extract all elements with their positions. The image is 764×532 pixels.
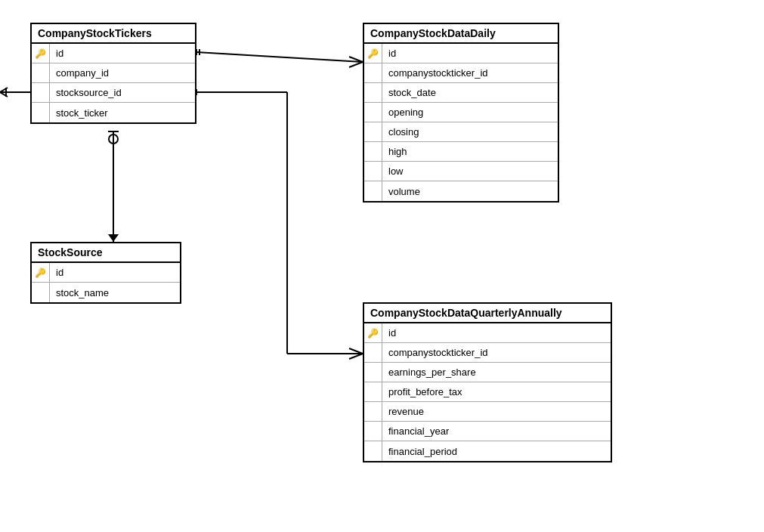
field-id: id [382, 327, 402, 339]
svg-line-0 [196, 52, 363, 62]
table-row: revenue [364, 402, 611, 422]
svg-line-17 [0, 88, 8, 92]
field-companystockticker-id: companystockticker_id [382, 347, 494, 358]
table-company-stock-data-daily: CompanyStockDataDaily 🔑 id companystockt… [363, 23, 559, 203]
empty-icon [32, 283, 50, 302]
field-closing: closing [382, 126, 425, 138]
table-row: companystockticker_id [364, 63, 558, 83]
empty-icon [364, 402, 382, 421]
table-header-stock-source: StockSource [32, 243, 180, 263]
svg-line-1 [349, 57, 363, 62]
empty-icon [364, 363, 382, 382]
svg-line-18 [0, 92, 8, 97]
empty-icon [364, 122, 382, 141]
table-company-stock-tickers: CompanyStockTickers 🔑 id company_id stoc… [30, 23, 196, 124]
empty-icon [364, 441, 382, 461]
field-id: id [50, 48, 70, 59]
table-header-company-stock-data-daily: CompanyStockDataDaily [364, 24, 558, 44]
table-row: volume [364, 181, 558, 201]
table-row: stock_name [32, 283, 180, 302]
table-row: 🔑 id [364, 44, 558, 63]
empty-icon [364, 343, 382, 362]
table-header-company-stock-tickers: CompanyStockTickers [32, 24, 195, 44]
table-row: stock_date [364, 83, 558, 103]
table-header-company-stock-data-quarterly-annually: CompanyStockDataQuarterlyAnnually [364, 304, 611, 323]
field-revenue: revenue [382, 406, 430, 417]
field-id: id [382, 48, 402, 59]
table-row: 🔑 id [32, 263, 180, 283]
table-row: high [364, 142, 558, 162]
table-row: company_id [32, 63, 195, 83]
table-company-stock-data-quarterly-annually: CompanyStockDataQuarterlyAnnually 🔑 id c… [363, 302, 612, 462]
field-companystockticker-id: companystockticker_id [382, 67, 494, 79]
table-row: opening [364, 103, 558, 122]
table-row: financial_year [364, 422, 611, 441]
empty-icon [32, 63, 50, 82]
empty-icon [364, 181, 382, 201]
empty-icon [364, 63, 382, 82]
field-earnings-per-share: earnings_per_share [382, 367, 482, 378]
table-row: closing [364, 122, 558, 142]
svg-marker-13 [108, 234, 119, 242]
table-row: stock_ticker [32, 103, 195, 122]
svg-point-14 [109, 135, 118, 144]
field-stock-date: stock_date [382, 87, 442, 98]
svg-line-9 [349, 354, 363, 359]
field-high: high [382, 146, 413, 157]
table-row: low [364, 162, 558, 181]
field-profit-before-tax: profit_before_tax [382, 386, 469, 397]
empty-icon [364, 422, 382, 441]
table-row: 🔑 id [364, 323, 611, 343]
diagram-canvas: CompanyStockTickers 🔑 id company_id stoc… [0, 0, 764, 532]
field-stocksource-id: stocksource_id [50, 87, 128, 98]
empty-icon [32, 103, 50, 122]
pk-icon: 🔑 [32, 263, 50, 282]
field-id: id [50, 267, 70, 278]
field-stock-name: stock_name [50, 287, 115, 298]
empty-icon [364, 162, 382, 181]
field-financial-period: financial_period [382, 446, 463, 457]
table-row: profit_before_tax [364, 382, 611, 402]
svg-line-8 [349, 348, 363, 354]
empty-icon [364, 142, 382, 161]
field-stock-ticker: stock_ticker [50, 107, 114, 119]
table-row: financial_period [364, 441, 611, 461]
empty-icon [32, 83, 50, 102]
field-low: low [382, 165, 410, 177]
field-opening: opening [382, 107, 429, 118]
table-row: earnings_per_share [364, 363, 611, 382]
svg-line-2 [349, 62, 363, 67]
empty-icon [364, 382, 382, 401]
table-row: companystockticker_id [364, 343, 611, 363]
empty-icon [364, 103, 382, 122]
pk-icon: 🔑 [364, 44, 382, 63]
field-financial-year: financial_year [382, 425, 455, 437]
field-volume: volume [382, 186, 426, 197]
table-row: 🔑 id [32, 44, 195, 63]
field-company-id: company_id [50, 67, 115, 79]
pk-icon: 🔑 [364, 323, 382, 342]
empty-icon [364, 83, 382, 102]
table-row: stocksource_id [32, 83, 195, 103]
table-stock-source: StockSource 🔑 id stock_name [30, 242, 181, 304]
pk-icon: 🔑 [32, 44, 50, 63]
